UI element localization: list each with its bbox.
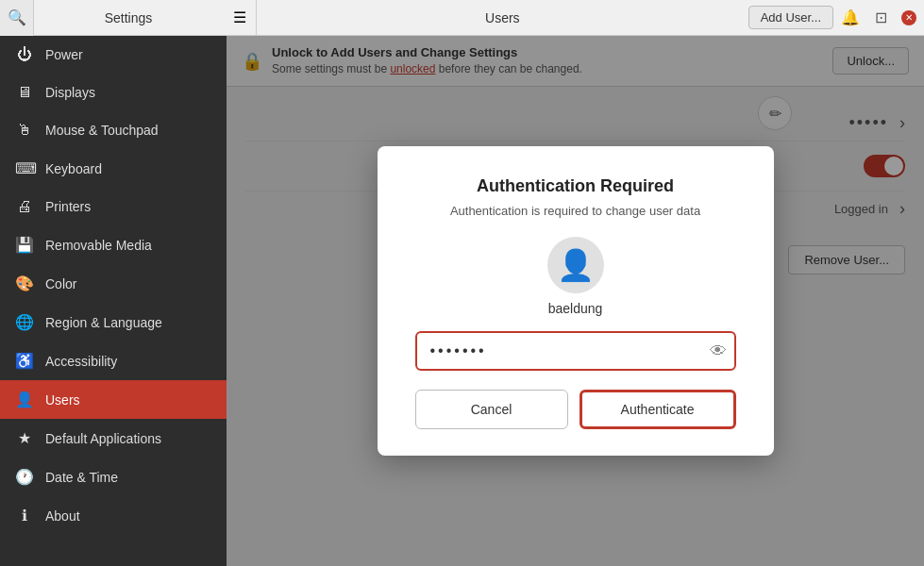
sidebar-item-label: Power: [45, 47, 83, 62]
page-title: Users: [257, 10, 748, 25]
password-field-row: 👁: [415, 331, 736, 371]
close-icon: ✕: [905, 12, 913, 23]
displays-icon: 🖥: [15, 84, 34, 101]
authenticate-button[interactable]: Authenticate: [580, 390, 736, 429]
sidebar-item-label: Mouse & Touchpad: [45, 123, 159, 138]
app-name: Settings: [34, 10, 223, 25]
sidebar-item-label: Displays: [45, 85, 95, 100]
region-icon: 🌐: [15, 313, 34, 331]
main-layout: ⏻ Power 🖥 Displays 🖱 Mouse & Touchpad ⌨ …: [0, 36, 924, 566]
eye-icon: 👁: [710, 341, 727, 360]
sidebar-item-displays[interactable]: 🖥 Displays: [0, 74, 227, 111]
sidebar-item-region[interactable]: 🌐 Region & Language: [0, 303, 227, 341]
search-button[interactable]: 🔍: [0, 0, 34, 36]
window-icon: ⊡: [875, 8, 887, 26]
sidebar-item-accessibility[interactable]: ♿ Accessibility: [0, 341, 227, 380]
content-area: 🔒 Unlock to Add Users and Change Setting…: [227, 36, 924, 566]
sidebar-item-default-apps[interactable]: ★ Default Applications: [0, 419, 227, 458]
sidebar-item-color[interactable]: 🎨 Color: [0, 264, 227, 303]
add-user-button[interactable]: Add User...: [748, 6, 833, 29]
sidebar-item-label: Default Applications: [45, 431, 161, 446]
sidebar-item-keyboard[interactable]: ⌨ Keyboard: [0, 149, 227, 188]
sidebar: ⏻ Power 🖥 Displays 🖱 Mouse & Touchpad ⌨ …: [0, 36, 227, 566]
color-icon: 🎨: [15, 275, 34, 292]
menu-button[interactable]: ☰: [223, 0, 257, 36]
modal-overlay: Authentication Required Authentication i…: [227, 36, 924, 566]
sidebar-item-label: About: [45, 508, 80, 524]
menu-icon: ☰: [233, 8, 246, 26]
auth-modal: Authentication Required Authentication i…: [378, 146, 774, 456]
datetime-icon: 🕐: [15, 468, 34, 486]
search-icon: 🔍: [8, 8, 26, 26]
mouse-icon: 🖱: [15, 122, 34, 139]
modal-subtitle: Authentication is required to change use…: [450, 204, 700, 218]
sidebar-item-label: Color: [45, 276, 76, 291]
notification-button[interactable]: 🔔: [837, 5, 864, 31]
sidebar-item-about[interactable]: ℹ About: [0, 496, 227, 535]
removable-media-icon: 💾: [15, 236, 34, 254]
accessibility-icon: ♿: [15, 352, 34, 370]
titlebar: 🔍 Settings ☰ Users Add User... 🔔 ⊡ ✕: [0, 0, 924, 36]
about-icon: ℹ: [15, 507, 34, 524]
modal-username: baeldung: [548, 301, 603, 316]
sidebar-item-label: Printers: [45, 199, 91, 214]
sidebar-item-users[interactable]: 👤 Users: [0, 380, 227, 419]
window-button[interactable]: ⊡: [867, 5, 894, 31]
avatar-icon: 👤: [557, 247, 595, 283]
sidebar-item-datetime[interactable]: 🕐 Date & Time: [0, 458, 227, 496]
modal-title: Authentication Required: [477, 176, 674, 196]
cancel-button[interactable]: Cancel: [415, 390, 568, 429]
sidebar-item-printers[interactable]: 🖨 Printers: [0, 188, 227, 225]
password-input[interactable]: [415, 331, 736, 371]
default-apps-icon: ★: [15, 429, 34, 447]
printers-icon: 🖨: [15, 198, 34, 215]
modal-buttons: Cancel Authenticate: [415, 390, 736, 429]
sidebar-item-label: Users: [45, 392, 80, 408]
users-icon: 👤: [15, 391, 34, 408]
keyboard-icon: ⌨: [15, 159, 34, 177]
sidebar-item-label: Keyboard: [45, 161, 102, 176]
sidebar-item-label: Region & Language: [45, 315, 162, 330]
close-button[interactable]: ✕: [901, 10, 916, 25]
sidebar-item-mouse[interactable]: 🖱 Mouse & Touchpad: [0, 111, 227, 149]
sidebar-item-power[interactable]: ⏻ Power: [0, 36, 227, 74]
notification-icon: 🔔: [841, 8, 860, 26]
sidebar-item-label: Date & Time: [45, 470, 118, 485]
user-avatar: 👤: [547, 237, 604, 293]
titlebar-actions: Add User... 🔔 ⊡ ✕: [748, 5, 924, 31]
sidebar-item-label: Accessibility: [45, 354, 117, 369]
sidebar-item-removable-media[interactable]: 💾 Removable Media: [0, 225, 227, 264]
sidebar-item-label: Removable Media: [45, 238, 152, 253]
power-icon: ⏻: [15, 46, 34, 63]
show-password-button[interactable]: 👁: [710, 341, 727, 361]
